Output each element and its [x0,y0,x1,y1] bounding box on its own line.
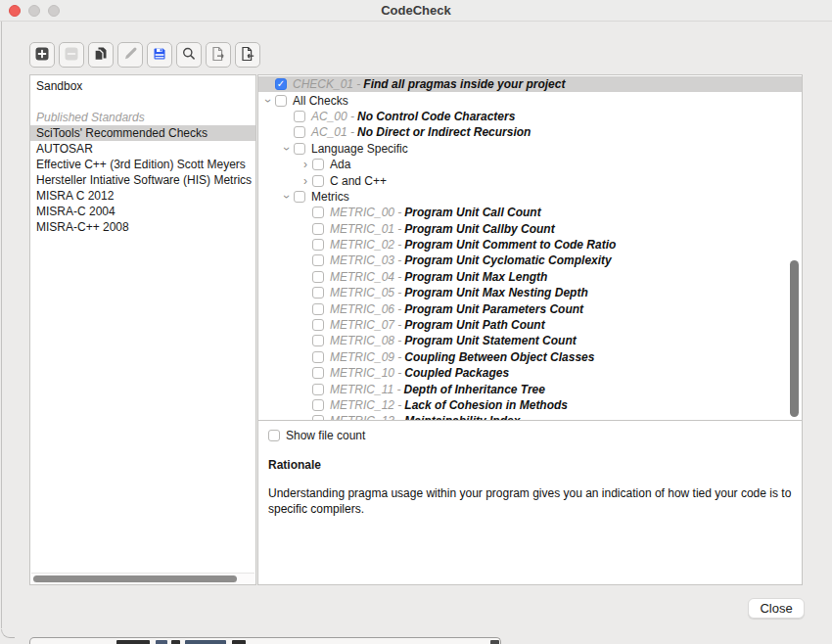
tree-row[interactable]: ›C and C++ [258,172,802,188]
horizontal-scrollbar-thumb[interactable] [33,575,237,582]
duplicate-icon [93,46,109,65]
search-icon [181,46,197,65]
check-name: Program Unit Callby Count [404,222,554,236]
check-id: METRIC_04 - [330,270,401,284]
tree-row[interactable]: METRIC_08 -Program Unit Statement Count [258,333,802,348]
list-item[interactable]: MISRA-C++ 2008 [30,219,255,235]
checkbox[interactable] [275,95,287,107]
checkbox[interactable] [312,175,324,187]
list-item [30,94,255,110]
tree-row[interactable]: ›Language Specific [258,141,802,157]
tree-row[interactable]: METRIC_09 -Coupling Between Object Class… [258,349,802,365]
check-name: Program Unit Call Count [404,206,540,219]
window-title: CodeCheck [0,3,832,18]
tree-row[interactable]: AC_01 -No Direct or Indirect Recursion [258,124,802,140]
tree-row[interactable]: ✓CHECK_01 -Find all pragmas inside your … [258,76,802,92]
background-window-text [490,640,499,644]
tree-row[interactable]: METRIC_11 -Depth of Inheritance Tree [258,381,802,396]
close-button[interactable]: Close [748,598,805,619]
check-id: METRIC_05 - [330,286,401,299]
checkbox[interactable] [294,191,305,203]
import-button[interactable] [235,42,260,68]
checkbox[interactable] [312,399,324,411]
check-id: CHECK_01 - [293,77,360,91]
checkbox[interactable] [312,254,324,266]
list-item[interactable]: AUTOSAR [30,141,255,157]
background-window-sliver [29,637,501,644]
check-id: METRIC_09 - [330,350,401,364]
group-label: Language Specific [311,142,408,156]
group-label: Metrics [311,190,349,204]
checkbox[interactable] [312,223,324,235]
checkbox[interactable] [312,303,324,315]
edit-button[interactable] [117,42,143,68]
check-id: METRIC_02 - [330,238,401,252]
check-id: METRIC_06 - [330,302,401,316]
check-id: METRIC_00 - [330,206,401,219]
tree-row[interactable]: METRIC_04 -Program Unit Max Length [258,269,802,285]
tree-row[interactable]: ›Ada [258,157,802,172]
export-button[interactable] [206,42,231,68]
disclosure-triangle-icon[interactable]: › [299,158,312,171]
checkbox[interactable] [294,111,305,122]
save-floppy-icon [152,46,167,65]
duplicate-button[interactable] [88,42,114,68]
remove-button[interactable] [59,42,84,68]
tree-row[interactable]: METRIC_05 -Program Unit Max Nesting Dept… [258,285,802,300]
checkbox[interactable] [312,319,324,331]
checkbox[interactable] [312,287,324,299]
tree-row[interactable]: METRIC_12 -Lack of Cohesion in Methods [258,397,802,413]
disclosure-triangle-icon[interactable]: › [280,190,294,204]
vertical-scrollbar-thumb[interactable] [790,260,799,417]
rationale-heading: Rationale [268,458,792,472]
add-icon [34,46,50,65]
checkbox[interactable]: ✓ [275,78,287,90]
checkbox[interactable] [294,143,305,155]
checkbox[interactable] [312,159,324,170]
checkbox[interactable] [312,335,324,346]
checkbox[interactable] [312,207,324,218]
add-button[interactable] [29,42,55,68]
list-item[interactable]: Effective C++ (3rd Edition) Scott Meyers [30,157,255,172]
list-item[interactable]: MISRA C 2012 [30,188,255,204]
checkbox[interactable] [312,271,324,283]
save-button[interactable] [147,42,172,68]
background-window-text [185,640,226,644]
list-section-header: Published Standards [30,110,255,125]
checkbox[interactable] [294,126,305,138]
group-label: All Checks [293,94,348,108]
list-item[interactable]: Hersteller Intiative Software (HIS) Metr… [30,172,255,188]
list-item[interactable]: SciTools' Recommended Checks [30,125,255,141]
check-name: Lack of Cohesion in Methods [404,398,568,412]
tree-row[interactable]: METRIC_02 -Program Unit Comment to Code … [258,237,802,253]
check-name: Coupled Packages [404,366,509,380]
horizontal-scrollbar[interactable] [31,573,254,583]
list-item[interactable]: MISRA-C 2004 [30,204,255,219]
show-file-count-checkbox[interactable] [268,430,280,441]
tree-row[interactable]: METRIC_01 -Program Unit Callby Count [258,221,802,237]
checkbox[interactable] [312,351,324,363]
search-button[interactable] [176,42,202,68]
disclosure-triangle-icon[interactable]: › [261,94,275,108]
disclosure-triangle-icon[interactable]: › [280,142,294,156]
tree-row[interactable]: METRIC_06 -Program Unit Parameters Count [258,300,802,316]
tree-row[interactable]: METRIC_00 -Program Unit Call Count [258,205,802,220]
group-label: Ada [330,158,350,171]
tree-row[interactable]: METRIC_07 -Program Unit Path Count [258,317,802,333]
tree-row[interactable]: ›All Checks [258,92,802,108]
checkbox[interactable] [312,239,324,251]
tree-row[interactable]: ›Metrics [258,189,802,205]
tree-row[interactable]: AC_00 -No Control Code Characters [258,109,802,124]
checkbox[interactable] [312,367,324,379]
tree-row[interactable]: METRIC_03 -Program Unit Cyclomatic Compl… [258,253,802,268]
checkbox[interactable] [312,384,324,395]
list-item[interactable]: Sandbox [30,78,255,94]
tree-row[interactable]: METRIC_10 -Coupled Packages [258,365,802,381]
check-id: AC_00 - [311,110,354,123]
disclosure-triangle-icon[interactable]: › [299,174,312,188]
check-name: Coupling Between Object Classes [404,350,594,364]
background-window-text [232,640,246,644]
check-name: Program Unit Comment to Code Ratio [404,238,616,252]
check-id: METRIC_01 - [330,222,401,236]
check-name: No Direct or Indirect Recursion [357,125,531,139]
